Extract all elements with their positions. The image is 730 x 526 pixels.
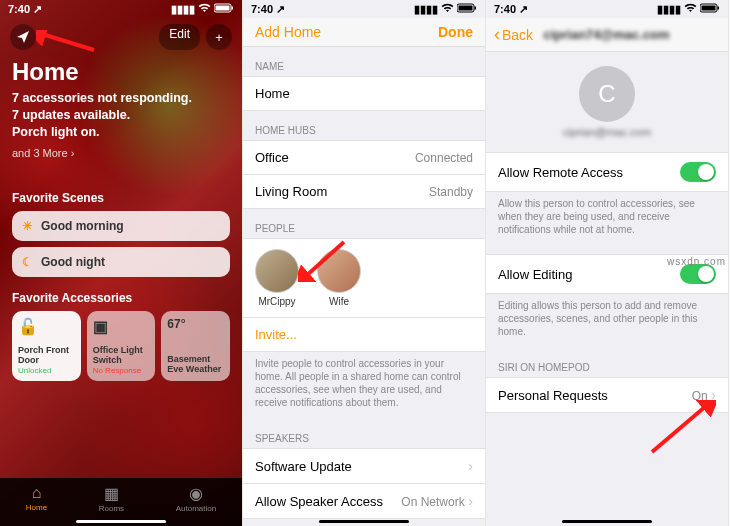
wifi-icon [198, 3, 211, 15]
battery-icon [457, 3, 477, 15]
remote-access-footer: Allow this person to control accessories… [486, 192, 728, 246]
sun-icon: ☀ [22, 219, 33, 233]
chevron-right-icon: › [468, 458, 473, 474]
annotation-arrow [36, 30, 96, 56]
signal-icon: ▮▮▮▮ [657, 3, 681, 16]
temperature-icon: 67° [167, 317, 224, 331]
siri-header: SIRI ON HOMEPOD [486, 348, 728, 377]
tab-rooms[interactable]: ▦ Rooms [99, 484, 124, 513]
rooms-icon: ▦ [104, 484, 119, 503]
svg-rect-6 [475, 7, 477, 10]
person-mrcippy[interactable]: MrCippy [255, 249, 299, 307]
home-indicator[interactable] [562, 520, 652, 523]
person-email: ciprian@mac.com [486, 126, 728, 138]
svg-rect-2 [232, 7, 234, 10]
home-indicator[interactable] [76, 520, 166, 523]
status-indicators: ▮▮▮▮ [657, 3, 720, 16]
svg-rect-10 [718, 7, 720, 10]
signal-icon: ▮▮▮▮ [414, 3, 438, 16]
svg-line-11 [652, 406, 706, 452]
status-indicators: ▮▮▮▮ [171, 3, 234, 16]
remote-access-toggle[interactable] [680, 162, 716, 182]
svg-line-3 [42, 34, 94, 50]
svg-rect-5 [459, 6, 473, 11]
people-row: MrCippy Wife [243, 238, 485, 317]
annotation-arrow [298, 238, 348, 282]
svg-line-7 [306, 242, 344, 276]
allow-editing-toggle[interactable] [680, 264, 716, 284]
accessory-tile-switch[interactable]: ▣ Office Light Switch No Response [87, 311, 156, 381]
signal-icon: ▮▮▮▮ [171, 3, 195, 16]
done-button[interactable]: Done [438, 24, 473, 40]
chevron-right-icon: › [468, 493, 473, 509]
wifi-icon [684, 3, 697, 15]
location-icon: ↗ [276, 3, 285, 16]
allow-editing-footer: Editing allows this person to add and re… [486, 294, 728, 348]
tab-bar: ⌂ Home ▦ Rooms ◉ Automation [0, 478, 242, 526]
svg-rect-1 [216, 6, 230, 11]
accessory-tile-weather[interactable]: 67° Basement Eve Weather [161, 311, 230, 381]
name-header: NAME [243, 47, 485, 76]
avatar-image [255, 249, 299, 293]
hub-row-office[interactable]: Office Connected [243, 140, 485, 175]
automation-icon: ◉ [189, 484, 203, 503]
software-update-row[interactable]: Software Update › [243, 448, 485, 484]
edit-button[interactable]: Edit [159, 24, 200, 50]
invite-button[interactable]: Invite... [243, 317, 485, 352]
home-status-text: 7 accessories not responding. 7 updates … [0, 86, 242, 145]
speakers-header: SPEAKERS [243, 419, 485, 448]
battery-icon [214, 3, 234, 15]
chevron-left-icon: ‹ [494, 24, 500, 45]
location-arrow-button[interactable] [10, 24, 36, 50]
scene-tile-night[interactable]: ☾ Good night [12, 247, 230, 277]
remote-access-label: Allow Remote Access [498, 165, 623, 180]
scenes-header: Favorite Scenes [0, 191, 242, 205]
status-bar: 7:40↗ ▮▮▮▮ [486, 0, 728, 18]
page-title: Home [0, 58, 242, 86]
personal-requests-label: Personal Requests [498, 388, 608, 403]
people-header: PEOPLE [243, 209, 485, 238]
status-indicators: ▮▮▮▮ [414, 3, 477, 16]
wifi-icon [441, 3, 454, 15]
moon-icon: ☾ [22, 255, 33, 269]
hubs-header: HOME HUBS [243, 111, 485, 140]
add-home-button[interactable]: Add Home [255, 24, 321, 40]
back-button[interactable]: ‹ Back [494, 24, 533, 45]
location-icon: ↗ [33, 3, 42, 16]
unlock-icon: 🔓 [18, 317, 75, 336]
status-bar: 7:40↗ ▮▮▮▮ [243, 0, 485, 18]
scene-tile-morning[interactable]: ☀ Good morning [12, 211, 230, 241]
speaker-access-row[interactable]: Allow Speaker Access On Network › [243, 484, 485, 519]
annotation-arrow [646, 400, 716, 456]
watermark: wsxdn.com [667, 256, 726, 267]
home-icon: ⌂ [32, 484, 42, 502]
nav-bar: ‹ Back ciprian74@mac.com [486, 18, 728, 52]
remote-access-row: Allow Remote Access [486, 152, 728, 192]
allow-editing-label: Allow Editing [498, 267, 572, 282]
svg-rect-9 [702, 6, 716, 11]
battery-icon [700, 3, 720, 15]
hub-row-living-room[interactable]: Living Room Standby [243, 175, 485, 209]
accessories-header: Favorite Accessories [0, 291, 242, 305]
person-avatar: C [579, 66, 635, 122]
home-app-screen: 7:40 ↗ ▮▮▮▮ Edit + [0, 0, 243, 526]
nav-bar: Add Home Done [243, 18, 485, 47]
home-indicator[interactable] [319, 520, 409, 523]
status-bar: 7:40 ↗ ▮▮▮▮ [0, 0, 242, 18]
tab-home[interactable]: ⌂ Home [26, 484, 47, 512]
accessory-tile-door[interactable]: 🔓 Porch Front Door Unlocked [12, 311, 81, 381]
invite-footer: Invite people to control accessories in … [243, 352, 485, 419]
home-settings-screen: 7:40↗ ▮▮▮▮ Add Home Done NAME Home HOME … [243, 0, 486, 526]
home-name-field[interactable]: Home [243, 76, 485, 111]
location-icon: ↗ [519, 3, 528, 16]
switch-icon: ▣ [93, 317, 150, 336]
tab-automation[interactable]: ◉ Automation [176, 484, 216, 513]
add-button[interactable]: + [206, 24, 232, 50]
status-time: 7:40 [8, 3, 30, 15]
nav-title: ciprian74@mac.com [533, 27, 680, 42]
more-status-link[interactable]: and 3 More › [0, 145, 242, 161]
